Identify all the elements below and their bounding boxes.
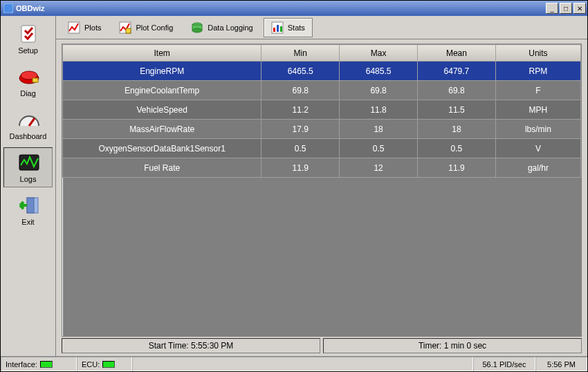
main-panel: Item Min Max Mean Units EngineRPM 6465.5	[56, 39, 587, 356]
setup-icon	[17, 23, 39, 45]
svg-rect-7	[27, 198, 34, 213]
svg-rect-10	[126, 28, 131, 33]
exit-icon	[17, 194, 39, 216]
sidebar-item-diag[interactable]: Diag	[3, 62, 53, 102]
status-interface: Interface:	[1, 357, 77, 371]
ecu-led-icon	[102, 361, 115, 368]
col-units[interactable]: Units	[495, 45, 580, 62]
svg-rect-17	[280, 26, 282, 32]
table-row[interactable]: EngineRPM 6465.5 6485.5 6479.7 RPM	[63, 62, 581, 81]
body: Setup Diag Dashboard Logs	[1, 16, 587, 356]
content: Plots Plot Config Data Logging	[56, 16, 587, 356]
logs-icon	[17, 151, 39, 174]
col-item[interactable]: Item	[63, 45, 261, 62]
minimize-button[interactable]: _	[546, 3, 558, 14]
plot-config-icon	[119, 21, 131, 34]
diag-icon	[17, 66, 39, 88]
stats-table-frame: Item Min Max Mean Units EngineRPM 6465.5	[62, 44, 582, 337]
table-row[interactable]: OxygenSensorDataBank1Sensor1 0.5 0.5 0.5…	[63, 139, 581, 158]
window-title: OBDwiz	[16, 4, 45, 12]
stats-button[interactable]: Stats	[264, 18, 313, 37]
titlebar: OBDwiz _ □ ✕	[1, 1, 587, 16]
sidebar-item-label: Logs	[20, 175, 37, 183]
timer-label: Timer: 1 min 0 sec	[323, 338, 582, 353]
statusbar: Interface: ECU: 56.1 PID/sec 5:56 PM	[1, 356, 587, 371]
toolbar-btn-label: Plot Config	[136, 24, 173, 32]
dashboard-icon	[17, 109, 39, 131]
table-row[interactable]: VehicleSpeed 11.2 11.8 11.5 MPH	[63, 100, 581, 120]
interface-led-icon	[40, 361, 53, 368]
col-min[interactable]: Min	[261, 45, 340, 62]
app-icon	[3, 3, 13, 13]
table-row[interactable]: EngineCoolantTemp 69.8 69.8 69.8 F	[63, 81, 581, 100]
sidebar-item-label: Diag	[20, 89, 36, 97]
stats-icon	[271, 21, 284, 34]
start-time-label: Start Time: 5:55:30 PM	[62, 338, 320, 353]
col-max[interactable]: Max	[340, 45, 418, 62]
sidebar-item-label: Setup	[18, 46, 38, 55]
col-mean[interactable]: Mean	[418, 45, 496, 62]
stats-table: Item Min Max Mean Units EngineRPM 6465.5	[62, 44, 581, 178]
sidebar-item-label: Exit	[21, 218, 34, 226]
table-row[interactable]: Fuel Rate 11.9 12 11.9 gal/hr	[63, 158, 581, 178]
svg-rect-3	[33, 78, 38, 82]
status-ecu: ECU:	[77, 357, 132, 371]
toolbar-btn-label: Stats	[288, 24, 305, 32]
sidebar-item-logs[interactable]: Logs	[3, 147, 53, 187]
status-spacer	[132, 357, 473, 371]
sidebar-item-setup[interactable]: Setup	[3, 19, 53, 59]
status-clock: 5:56 PM	[535, 357, 587, 371]
maximize-button[interactable]: □	[560, 3, 572, 14]
toolbar: Plots Plot Config Data Logging	[56, 16, 587, 39]
plots-icon	[68, 21, 80, 34]
status-pid-sec: 56.1 PID/sec	[473, 357, 535, 371]
svg-rect-16	[277, 25, 279, 32]
plots-button[interactable]: Plots	[60, 18, 109, 37]
sidebar-item-label: Dashboard	[10, 132, 47, 140]
sidebar-item-dashboard[interactable]: Dashboard	[3, 104, 53, 145]
data-logging-button[interactable]: Data Logging	[183, 18, 260, 37]
table-header-row: Item Min Max Mean Units	[63, 45, 581, 62]
toolbar-btn-label: Data Logging	[208, 24, 252, 32]
close-button[interactable]: ✕	[573, 3, 586, 14]
app-window: OBDwiz _ □ ✕ Setup Diag D	[0, 0, 588, 372]
sidebar-item-exit[interactable]: Exit	[3, 190, 53, 230]
svg-point-13	[192, 28, 202, 32]
footer-row: Start Time: 5:55:30 PM Timer: 1 min 0 se…	[62, 338, 582, 353]
sidebar: Setup Diag Dashboard Logs	[1, 16, 56, 356]
data-logging-icon	[191, 21, 203, 34]
table-row[interactable]: MassAirFlowRate 17.9 18 18 lbs/min	[63, 120, 581, 139]
svg-rect-15	[273, 28, 275, 32]
toolbar-btn-label: Plots	[84, 24, 101, 32]
plot-config-button[interactable]: Plot Config	[111, 18, 181, 37]
